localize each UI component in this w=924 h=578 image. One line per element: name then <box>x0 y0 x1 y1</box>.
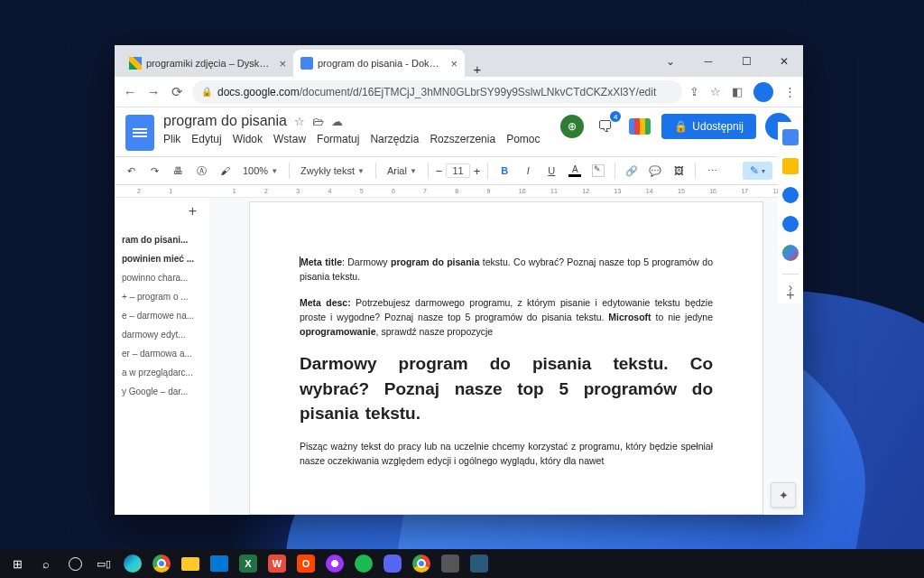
spellcheck-icon[interactable]: Ⓐ <box>192 162 210 180</box>
font-select[interactable]: Arial▼ <box>383 165 420 176</box>
search-icon[interactable]: ⌕ <box>34 552 58 575</box>
menu-format[interactable]: Formatuj <box>317 133 359 145</box>
browser-titlebar: programiki zdjęcia – Dysk Googl × progra… <box>115 45 803 77</box>
more-icon[interactable]: ⋯ <box>703 162 721 180</box>
underline-icon[interactable]: U <box>542 162 560 180</box>
highlight-icon[interactable] <box>589 162 607 180</box>
collapse-panel-icon[interactable]: › <box>789 280 793 294</box>
explorer-icon[interactable] <box>179 552 202 575</box>
italic-icon[interactable]: I <box>519 162 537 180</box>
docs-app: program do pisania ☆ 🗁 ☁ Plik Edytuj Wid… <box>115 107 803 515</box>
outline-item[interactable]: powinno chara... <box>115 268 209 287</box>
forward-icon[interactable]: → <box>145 84 162 100</box>
maps-icon[interactable] <box>782 245 799 261</box>
menu-edit[interactable]: Edytuj <box>191 133 221 145</box>
menu-extensions[interactable]: Rozszerzenia <box>430 133 495 145</box>
bookmark-icon[interactable]: ☆ <box>710 85 721 98</box>
menu-file[interactable]: Plik <box>163 133 180 145</box>
drive-icon <box>129 57 142 70</box>
outline-item[interactable]: darmowy edyt... <box>115 325 209 344</box>
outline-item[interactable]: ram do pisani... <box>115 230 209 249</box>
menu-insert[interactable]: Wstaw <box>273 133 306 145</box>
close-icon[interactable]: × <box>279 57 286 70</box>
window-dropdown-icon[interactable]: ⌄ <box>651 48 689 75</box>
spotify-icon[interactable] <box>352 552 375 575</box>
document-page[interactable]: Meta title: Darmowy program do pisania t… <box>249 201 763 515</box>
comment-icon[interactable]: 💬 <box>646 162 664 180</box>
image-icon[interactable]: 🖼 <box>670 162 688 180</box>
taskbar-app[interactable]: W <box>265 552 289 575</box>
minimize-icon[interactable]: ─ <box>689 48 727 75</box>
menu-help[interactable]: Pomoc <box>506 133 540 145</box>
profile-avatar[interactable] <box>753 82 773 102</box>
outline-item[interactable]: a w przeglądarc... <box>115 363 209 382</box>
move-icon[interactable]: 🗁 <box>312 115 324 128</box>
url-path: /document/d/16EjTMCjJ_3hMN0GLbrSY99y9Ssl… <box>300 86 657 98</box>
close-window-icon[interactable]: ✕ <box>765 48 803 75</box>
cloud-status-icon[interactable]: ☁ <box>331 115 343 128</box>
editing-mode-button[interactable]: ✎ ▾ <box>743 162 772 180</box>
comments-icon[interactable]: 🗨 <box>593 114 618 139</box>
decrease-font-icon[interactable]: − <box>436 164 443 178</box>
chrome-icon[interactable] <box>410 552 433 575</box>
print-icon[interactable]: 🖶 <box>169 162 187 180</box>
docs-logo-icon[interactable] <box>125 115 154 151</box>
add-outline-icon[interactable]: + <box>115 203 209 219</box>
keep-icon[interactable] <box>782 158 799 174</box>
redo-icon[interactable]: ↷ <box>145 162 163 180</box>
taskbar-app[interactable]: X <box>236 552 260 575</box>
cortana-icon[interactable] <box>63 552 87 575</box>
taskbar-app[interactable]: O <box>294 552 318 575</box>
link-icon[interactable]: 🔗 <box>623 162 641 180</box>
font-size-input[interactable]: 11 <box>446 163 469 178</box>
outline-item[interactable]: y Google – dar... <box>115 382 209 401</box>
outline-item[interactable]: + – program o ... <box>115 287 209 306</box>
star-icon[interactable]: ☆ <box>294 115 305 128</box>
chrome-icon[interactable] <box>150 552 173 575</box>
style-select[interactable]: Zwykły tekst▼ <box>297 165 368 176</box>
ruler[interactable]: 21123456789101112131415161718 <box>115 185 803 198</box>
maximize-icon[interactable]: ☐ <box>727 48 765 75</box>
store-icon[interactable] <box>208 552 231 575</box>
extension-avatar-icon[interactable]: ⊕ <box>560 115 584 138</box>
document-canvas[interactable]: Meta title: Darmowy program do pisania t… <box>209 198 803 515</box>
discord-icon[interactable] <box>381 552 404 575</box>
browser-tab[interactable]: programiki zdjęcia – Dysk Googl × <box>122 50 293 77</box>
bold-icon[interactable]: B <box>495 162 513 180</box>
undo-icon[interactable]: ↶ <box>122 162 140 180</box>
meet-icon[interactable] <box>627 114 652 139</box>
calendar-icon[interactable] <box>782 129 799 145</box>
menu-view[interactable]: Widok <box>233 133 263 145</box>
menu-icon[interactable]: ⋮ <box>784 85 796 98</box>
text-color-icon[interactable]: A <box>566 162 584 180</box>
taskview-icon[interactable]: ▭▯ <box>92 552 116 575</box>
browser-tab-active[interactable]: program do pisania - Dokument × <box>293 50 465 77</box>
outline-item[interactable]: er – darmowa a... <box>115 344 209 363</box>
tab-title: program do pisania - Dokument <box>318 58 442 69</box>
increase-font-icon[interactable]: + <box>474 164 481 178</box>
extensions-icon[interactable]: ◧ <box>732 85 743 98</box>
zoom-select[interactable]: 100%▼ <box>239 165 282 176</box>
document-title[interactable]: program do pisania <box>163 113 287 129</box>
outline-item[interactable]: powinien mieć ... <box>115 249 209 268</box>
contacts-icon[interactable] <box>782 216 799 232</box>
url-input[interactable]: 🔒 docs.google.com/document/d/16EjTMCjJ_3… <box>192 80 682 104</box>
taskbar-app[interactable] <box>467 552 491 575</box>
start-button[interactable]: ⊞ <box>5 552 29 575</box>
share-page-icon[interactable]: ⇪ <box>689 85 699 98</box>
outline-item[interactable]: e – darmowe na... <box>115 306 209 325</box>
share-button[interactable]: 🔒 Udostępnij <box>661 114 756 139</box>
paint-format-icon[interactable]: 🖌 <box>216 162 234 180</box>
menu-tools[interactable]: Narzędzia <box>370 133 419 145</box>
close-icon[interactable]: × <box>450 57 457 70</box>
explore-button[interactable]: ✦ <box>771 482 796 508</box>
edge-icon[interactable] <box>121 552 144 575</box>
reload-icon[interactable]: ⟳ <box>169 84 185 100</box>
new-tab-button[interactable]: + <box>465 61 490 77</box>
tab-title: programiki zdjęcia – Dysk Googl <box>146 58 271 69</box>
chrome-window: programiki zdjęcia – Dysk Googl × progra… <box>115 45 803 515</box>
messenger-icon[interactable] <box>323 552 346 575</box>
taskbar-app[interactable] <box>439 552 462 575</box>
tasks-icon[interactable] <box>782 187 799 203</box>
back-icon[interactable]: ← <box>122 84 138 100</box>
